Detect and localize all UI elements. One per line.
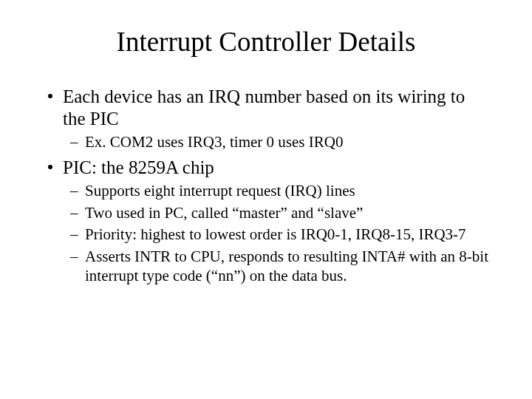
dash-icon: – [70,182,78,201]
list-item: – Ex. COM2 uses IRQ3, timer 0 uses IRQ0 [63,133,491,152]
list-item: – Asserts INTR to CPU, responds to resul… [63,248,491,285]
dash-icon: – [70,133,78,152]
bullet-list-level2: – Ex. COM2 uses IRQ3, timer 0 uses IRQ0 [63,133,491,152]
list-item-text: Each device has an IRQ number based on i… [63,86,465,129]
dash-icon: – [70,248,78,267]
list-item-text: Ex. COM2 uses IRQ3, timer 0 uses IRQ0 [85,133,343,151]
list-item: PIC: the 8259A chip – Supports eight int… [41,157,491,286]
slide-title: Interrupt Controller Details [41,26,491,58]
bullet-list-level1: Each device has an IRQ number based on i… [41,86,491,285]
list-item: Each device has an IRQ number based on i… [41,86,491,152]
list-item-text: Supports eight interrupt request (IRQ) l… [85,182,355,200]
list-item-text: Two used in PC, called “master” and “sla… [85,204,363,222]
bullet-list-level2: – Supports eight interrupt request (IRQ)… [63,182,491,285]
list-item: – Two used in PC, called “master” and “s… [63,204,491,223]
bullet-icon [48,165,52,169]
dash-icon: – [70,225,78,245]
bullet-icon [48,94,52,98]
dash-icon: – [70,204,78,223]
list-item-text: Asserts INTR to CPU, responds to resulti… [85,248,488,284]
list-item: – Priority: highest to lowest order is I… [63,225,491,245]
list-item-text: Priority: highest to lowest order is IRQ… [85,225,466,243]
list-item-text: PIC: the 8259A chip [63,157,214,177]
list-item: – Supports eight interrupt request (IRQ)… [63,182,491,201]
